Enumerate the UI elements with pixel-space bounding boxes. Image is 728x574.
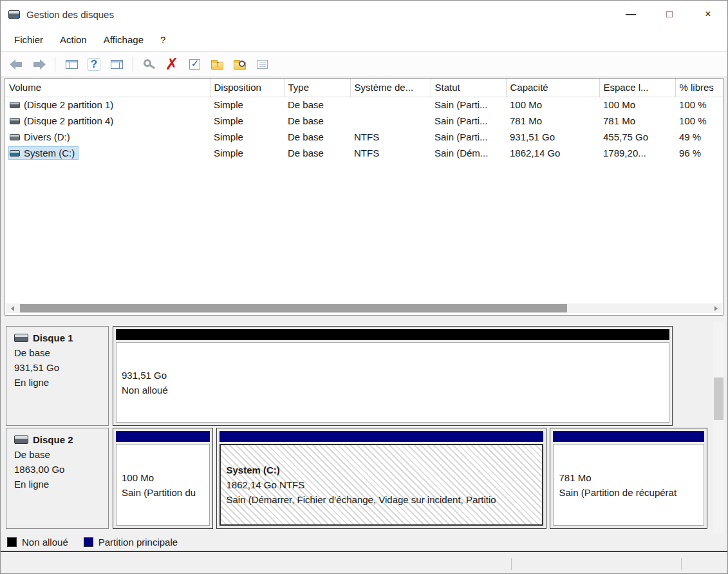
table-cell: De base	[284, 113, 350, 129]
column-header-2[interactable]: Type	[284, 79, 350, 97]
volume-row[interactable]: System (C:)SimpleDe baseNTFSSain (Dém...…	[5, 145, 723, 161]
volume-row[interactable]: (Disque 2 partition 1)SimpleDe baseSain …	[5, 97, 723, 113]
window-title: Gestion des disques	[26, 9, 114, 20]
partition-block[interactable]: 931,51 GoNon alloué	[113, 326, 673, 426]
delete-volume-button[interactable]	[162, 55, 182, 74]
partition-block[interactable]: 100 MoSain (Partition du	[113, 428, 213, 529]
table-cell: 100 %	[675, 113, 723, 129]
disk-name-line: Disque 1	[14, 332, 108, 343]
drive-icon	[10, 134, 20, 140]
column-header-1[interactable]: Disposition	[210, 79, 284, 97]
drive-icon	[10, 102, 20, 108]
legend-bar: Non allouéPartition principale	[1, 533, 727, 552]
menu-item-help[interactable]: ?	[152, 31, 174, 48]
table-cell: NTFS	[350, 129, 431, 145]
disk-management-window: Gestion des disques — □ × FichierActionA…	[0, 0, 728, 574]
scroll-left-arrow-icon[interactable]	[6, 303, 16, 313]
column-header-5[interactable]: Capacité	[506, 79, 599, 97]
volume-label: (Disque 2 partition 4)	[24, 115, 113, 126]
table-cell: 781 Mo	[599, 113, 675, 129]
back-icon	[10, 59, 23, 70]
window-controls: — □ ×	[611, 1, 727, 28]
back-button[interactable]	[6, 55, 26, 74]
table-cell: Simple	[210, 145, 284, 161]
partition-block[interactable]: System (C:)1862,14 Go NTFSSain (Démarrer…	[216, 428, 546, 529]
folder-search-button[interactable]	[229, 55, 250, 74]
minimize-button[interactable]: —	[611, 1, 650, 28]
table-cell: Divers (D:)	[5, 129, 210, 145]
column-header-7[interactable]: % libres	[675, 79, 723, 97]
status-bar	[1, 553, 727, 573]
legend-color-swatch	[84, 537, 93, 547]
volume-label-wrap: Divers (D:)	[9, 131, 73, 143]
folder-up-button[interactable]	[207, 55, 227, 74]
column-header-3[interactable]: Système de...	[350, 79, 431, 97]
partition-body: System (C:)1862,14 Go NTFSSain (Démarrer…	[219, 444, 543, 526]
menu-item-affichage[interactable]: Affichage	[95, 31, 152, 48]
menu-item-fichier[interactable]: Fichier	[6, 31, 51, 48]
maximize-button[interactable]: □	[650, 1, 689, 28]
legend-label: Partition principale	[98, 537, 178, 548]
partition-block[interactable]: 781 MoSain (Partition de récupérat	[550, 428, 707, 529]
rescan-icon	[144, 59, 151, 67]
partition-text-line: 931,51 Go	[122, 369, 664, 381]
horizontal-scrollbar-thumb[interactable]	[20, 304, 567, 312]
table-cell: 1789,20...	[599, 145, 675, 161]
vertical-scrollbar-thumb[interactable]	[714, 378, 723, 420]
disk-name: Disque 2	[33, 434, 73, 445]
forward-button[interactable]	[28, 55, 49, 74]
volume-row[interactable]: Divers (D:)SimpleDe baseNTFSSain (Parti.…	[5, 129, 723, 145]
volume-label: (Disque 2 partition 1)	[24, 99, 113, 110]
vertical-scrollbar[interactable]	[713, 321, 724, 533]
disk-graph: 100 MoSain (Partition duSystem (C:)1862,…	[113, 428, 709, 529]
disk-row: Disque 2De base1863,00 GoEn ligne100 MoS…	[6, 428, 709, 529]
table-cell: 96 %	[675, 145, 723, 161]
title-bar: Gestion des disques — □ ×	[1, 1, 727, 28]
table-cell: De base	[284, 97, 350, 113]
table-cell	[350, 97, 431, 113]
table-cell: Sain (Parti...	[431, 97, 506, 113]
disk-label[interactable]: Disque 1De base931,51 GoEn ligne	[6, 326, 109, 426]
table-cell: Simple	[210, 113, 284, 129]
disk-type: De base	[14, 347, 108, 358]
column-header-0[interactable]: Volume	[5, 79, 210, 97]
close-button[interactable]: ×	[689, 1, 727, 28]
disk-status: En ligne	[14, 479, 108, 490]
partition-text-line: Sain (Partition de récupérat	[559, 486, 698, 499]
delete-volume-icon	[165, 56, 179, 72]
forward-icon	[32, 59, 46, 70]
table-cell: Simple	[210, 97, 284, 113]
drive-icon	[10, 150, 20, 157]
toolbar-separator	[133, 57, 133, 72]
partition-text-line: 1862,14 Go NTFS	[226, 479, 537, 491]
help-button[interactable]	[84, 55, 104, 74]
table-cell: Simple	[210, 129, 284, 145]
column-header-6[interactable]: Espace l...	[599, 79, 675, 97]
table-cell: 100 Mo	[599, 97, 675, 113]
volume-label-wrap: (Disque 2 partition 4)	[9, 115, 117, 127]
unallocated-strip	[116, 329, 669, 340]
scroll-right-arrow-icon[interactable]	[712, 303, 722, 313]
disk-label[interactable]: Disque 2De base1863,00 GoEn ligne	[6, 428, 109, 529]
volume-row[interactable]: (Disque 2 partition 4)SimpleDe baseSain …	[5, 113, 723, 129]
partition-text-line: 100 Mo	[122, 472, 204, 484]
rescan-button[interactable]	[139, 55, 160, 74]
table-cell: (Disque 2 partition 4)	[5, 113, 210, 129]
toolbar-separator	[55, 57, 55, 72]
folder-up-icon	[211, 62, 223, 70]
disk-type: De base	[14, 449, 108, 460]
properties-button[interactable]	[252, 55, 272, 74]
horizontal-scrollbar[interactable]	[6, 303, 722, 313]
table-cell: 1862,14 Go	[506, 145, 599, 161]
check-button[interactable]	[184, 55, 205, 74]
table-cell: 100 %	[675, 97, 723, 113]
action-pane-button[interactable]	[106, 55, 127, 74]
column-header-4[interactable]: Statut	[431, 79, 506, 97]
menu-item-action[interactable]: Action	[51, 31, 95, 48]
table-header-row: VolumeDispositionTypeSystème de...Statut…	[5, 79, 723, 97]
disk-size: 931,51 Go	[14, 362, 108, 373]
action-pane-icon	[111, 60, 123, 69]
disk-graph: 931,51 GoNon alloué	[113, 326, 709, 426]
status-bar-separator	[681, 558, 682, 570]
console-tree-button[interactable]	[61, 55, 82, 74]
